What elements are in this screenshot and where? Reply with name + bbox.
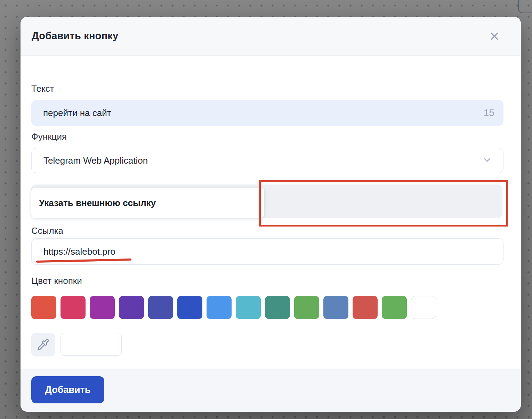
eyedropper-button[interactable]: [31, 333, 55, 356]
custom-color-row: [31, 333, 122, 356]
option-external-link-label: Указать внешнюю ссылку: [39, 198, 156, 208]
add-button-dialog: Добавить кнопку Текст 15 Функция Telegra…: [21, 17, 521, 412]
color-swatch[interactable]: [382, 296, 407, 319]
color-swatch[interactable]: [90, 296, 115, 319]
color-swatch[interactable]: [148, 296, 173, 319]
dialog-header: Добавить кнопку: [21, 17, 521, 56]
link-field-label: Ссылка: [31, 225, 63, 236]
color-swatch[interactable]: [177, 296, 202, 319]
color-swatch[interactable]: [265, 296, 290, 319]
eyedropper-icon: [37, 338, 49, 351]
color-swatch[interactable]: [207, 296, 232, 319]
button-text-input[interactable]: [43, 108, 484, 118]
color-swatch[interactable]: [294, 296, 319, 319]
dialog-title: Добавить кнопку: [32, 30, 118, 42]
color-swatch[interactable]: [119, 296, 144, 319]
magnifier-lens-icon: [523, 0, 531, 0]
button-text-field: 15: [31, 100, 503, 126]
text-field-label: Текст: [31, 83, 54, 94]
color-swatches: [31, 296, 436, 319]
dialog-footer: Добавить: [21, 369, 521, 412]
color-swatch[interactable]: [61, 296, 86, 319]
custom-color-input[interactable]: [61, 333, 122, 356]
char-counter: 15: [484, 107, 494, 118]
link-url-input[interactable]: [43, 246, 491, 257]
background-zoom-button[interactable]: [518, 0, 532, 13]
color-swatch[interactable]: [31, 296, 56, 319]
submit-add-button[interactable]: Добавить: [31, 376, 104, 403]
close-icon: [489, 31, 500, 41]
close-button[interactable]: [487, 29, 501, 43]
function-field-label: Функция: [31, 131, 67, 142]
link-field: [31, 238, 503, 265]
color-swatch[interactable]: [236, 296, 261, 319]
option-external-link[interactable]: Указать внешнюю ссылку: [31, 188, 264, 218]
color-swatch[interactable]: [353, 296, 378, 319]
color-field-label: Цвет кнопки: [31, 276, 82, 286]
color-swatch[interactable]: [323, 296, 348, 319]
function-selected-value: Telegram Web Application: [43, 155, 148, 166]
color-swatch[interactable]: [411, 296, 436, 319]
chevron-down-icon: [482, 155, 492, 166]
function-select[interactable]: Telegram Web Application: [31, 148, 503, 173]
